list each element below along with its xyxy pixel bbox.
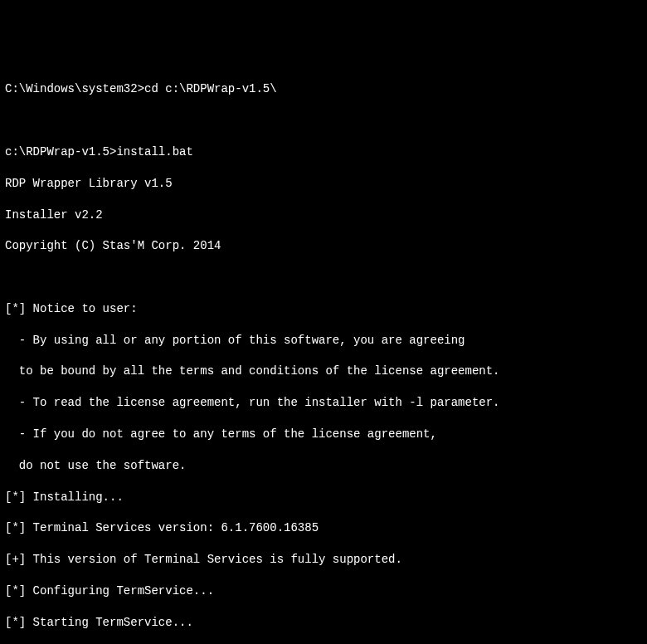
output-line: [*] Terminal Services version: 6.1.7600.… bbox=[5, 520, 642, 536]
output-line: Installer v2.2 bbox=[5, 207, 642, 223]
output-line: - To read the license agreement, run the… bbox=[5, 395, 642, 411]
output-line: - By using all or any portion of this so… bbox=[5, 333, 642, 349]
output-line: [*] Installing... bbox=[5, 490, 642, 505]
cwd: C:\Windows\system32> bbox=[5, 82, 144, 95]
output-line: RDP Wrapper Library v1.5 bbox=[5, 176, 642, 192]
output-line: - If you do not agree to any terms of th… bbox=[5, 427, 642, 442]
blank-line bbox=[5, 270, 642, 285]
terminal-output[interactable]: C:\Windows\system32>cd c:\RDPWrap-v1.5\ … bbox=[5, 66, 642, 644]
output-line: [*] Starting TermService... bbox=[5, 615, 642, 631]
blank-line bbox=[5, 113, 642, 129]
output-line: [*] Configuring TermService... bbox=[5, 583, 642, 599]
cwd: c:\RDPWrap-v1.5> bbox=[5, 145, 116, 159]
command: install.bat bbox=[116, 145, 192, 159]
output-line: [+] This version of Terminal Services is… bbox=[5, 552, 642, 568]
output-line: Copyright (C) Stas'M Corp. 2014 bbox=[5, 238, 642, 254]
output-line: do not use the software. bbox=[5, 458, 642, 474]
output-line: [*] Notice to user: bbox=[5, 301, 642, 317]
output-line: to be bound by all the terms and conditi… bbox=[5, 363, 642, 379]
command: cd c:\RDPWrap-v1.5\ bbox=[144, 82, 277, 95]
prompt-line: C:\Windows\system32>cd c:\RDPWrap-v1.5\ bbox=[5, 81, 642, 97]
prompt-line: c:\RDPWrap-v1.5>install.bat bbox=[5, 144, 642, 160]
